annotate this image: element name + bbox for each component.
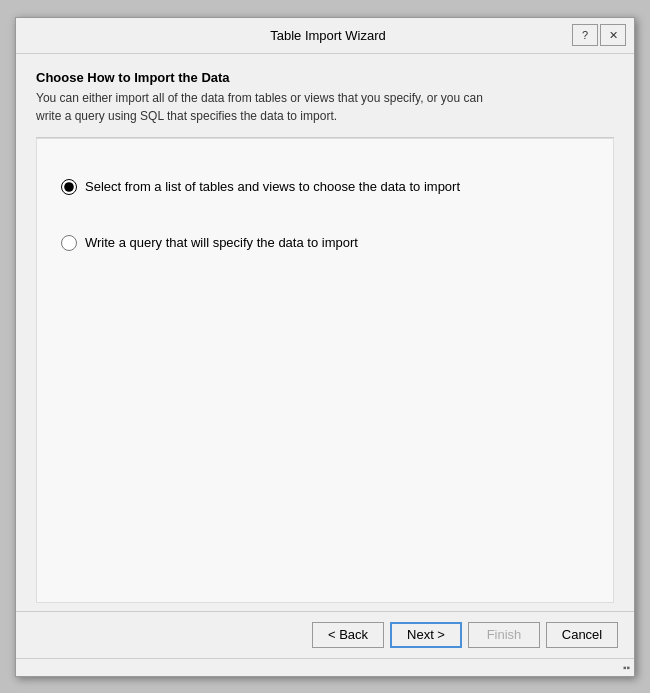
desc-line2: write a query using SQL that specifies t… [36,109,337,123]
status-bar: ▪▪ [16,658,634,676]
radio-tables-label: Select from a list of tables and views t… [85,179,460,194]
help-button[interactable]: ? [572,24,598,46]
back-button[interactable]: < Back [312,622,384,648]
finish-button[interactable]: Finish [468,622,540,648]
options-panel: Select from a list of tables and views t… [36,138,614,603]
title-bar: Table Import Wizard ? ✕ [16,18,634,54]
section-title: Choose How to Import the Data [36,70,614,85]
option-tables-label[interactable]: Select from a list of tables and views t… [61,179,589,195]
desc-line1: You can either import all of the data fr… [36,91,483,105]
dialog-window: Table Import Wizard ? ✕ Choose How to Im… [15,17,635,677]
title-bar-buttons: ? ✕ [572,24,626,46]
cancel-button[interactable]: Cancel [546,622,618,648]
content-area: Choose How to Import the Data You can ei… [16,54,634,611]
status-icon: ▪▪ [623,662,630,673]
section-description: You can either import all of the data fr… [36,89,614,125]
next-button[interactable]: Next > [390,622,462,648]
section-header: Choose How to Import the Data You can ei… [36,70,614,137]
radio-query[interactable] [61,235,77,251]
footer: < Back Next > Finish Cancel [16,611,634,658]
radio-query-label: Write a query that will specify the data… [85,235,358,250]
radio-tables[interactable] [61,179,77,195]
dialog-title: Table Import Wizard [84,28,572,43]
close-button[interactable]: ✕ [600,24,626,46]
option-query-label[interactable]: Write a query that will specify the data… [61,235,589,251]
